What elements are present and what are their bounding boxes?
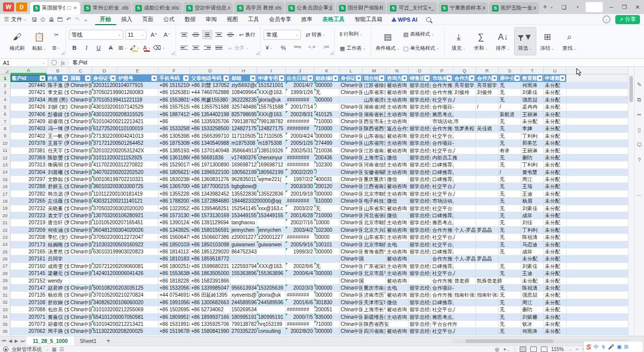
cell-D2[interactable]: 320311200104077915	[92, 82, 117, 89]
docer-icon[interactable]: D	[16, 3, 27, 12]
cell-F10[interactable]: +86 18753080	[158, 140, 190, 147]
cell-T3[interactable]: 刘素佳	[521, 89, 544, 96]
cell-U23[interactable]: 未分配	[544, 234, 567, 241]
cell-L20[interactable]: China中国	[340, 212, 363, 219]
cell-H25[interactable]: 864752343	[230, 248, 257, 255]
row-number-19[interactable]: 19	[0, 205, 11, 212]
cell-G14[interactable]: +86 1396522100	[190, 169, 230, 176]
cell-S23[interactable]: 无	[499, 234, 521, 241]
cell-U27[interactable]: 未分配	[544, 263, 567, 270]
align-top-icon[interactable]	[179, 30, 189, 39]
cell-Q27[interactable]	[453, 263, 476, 270]
header-cell-O[interactable]: 销售团队	[409, 74, 431, 82]
header-cell-H[interactable]: 邮箱	[230, 74, 257, 82]
cell-F26[interactable]: +86 18101832	[158, 255, 190, 262]
cell-H14[interactable]: 180562199	[230, 169, 257, 176]
cell-I29[interactable]	[257, 278, 286, 285]
cell-A22[interactable]: 207209	[11, 227, 47, 234]
cell-J2[interactable]: 2001/4/7	[286, 82, 314, 89]
cell-P14[interactable]: 口碑推荐,	[431, 169, 453, 176]
cell-C26[interactable]	[69, 255, 92, 262]
cell-M17[interactable]: 北京市朝阳	[363, 191, 386, 198]
cell-J4[interactable]: ########	[286, 97, 314, 104]
table-row[interactable]: 18207265左佳薇 (女China中国430321200211140121+…	[0, 198, 628, 205]
cell-T25[interactable]: 成菲	[521, 248, 544, 255]
cell-L30[interactable]: China中国	[340, 285, 363, 292]
ime-mode-chinese[interactable]: 中	[594, 343, 599, 350]
cell-S17[interactable]: 无	[499, 191, 521, 198]
cell-D8[interactable]: 612725200110100019	[92, 125, 117, 132]
cell-Q23[interactable]	[453, 234, 476, 241]
cell-N9[interactable]: 被动咨询	[386, 133, 409, 140]
cell-F18[interactable]: +86 17882007	[158, 198, 190, 205]
cell-U12[interactable]: 未分配	[544, 154, 567, 161]
outline-toggle-icon[interactable]: ☲	[59, 346, 64, 352]
row-number-18[interactable]: 18	[0, 198, 11, 204]
cell-T2[interactable]: 何雨涛	[521, 82, 544, 89]
font-name-select[interactable]: 等线⌄	[69, 30, 123, 40]
wrap-text-button[interactable]: ↩换行	[237, 29, 257, 40]
cell-G12[interactable]: +86 56681836	[190, 154, 230, 161]
ime-mic-icon[interactable]: 🎤	[608, 344, 614, 349]
cell-U8[interactable]: 未分配	[544, 125, 567, 132]
cell-C22[interactable]: China中国	[69, 227, 92, 234]
table-row[interactable]: 17207282韩浩远 (男China中国110112200100181419+…	[0, 191, 628, 198]
column-letter-M[interactable]: M	[363, 67, 386, 74]
cell-K28[interactable]: 000000	[314, 270, 340, 277]
cell-D12[interactable]: 310113200211152925	[92, 154, 117, 161]
cell-S14[interactable]: /	[499, 169, 521, 176]
cell-T16[interactable]: 王瑞	[521, 183, 544, 190]
cell-P9[interactable]: 社交平台,	[431, 133, 453, 140]
cell-O3[interactable]: 留学总经办	[409, 89, 431, 96]
horizontal-scroll-thumb[interactable]	[465, 339, 553, 343]
cell-D35[interactable]: 610104200212213421	[92, 321, 117, 328]
row-number-4[interactable]: 4	[0, 97, 11, 103]
table-row[interactable]: 5207426刘妍 (女)China中国430103200107142529+8…	[0, 104, 628, 111]
cell-P17[interactable]: 社交平台,/	[431, 191, 453, 198]
cell-T14[interactable]: 黄韦慧	[521, 169, 544, 176]
cell-O31[interactable]: 留学总经办	[409, 292, 431, 299]
cell-J6[interactable]: 2002/8/31	[286, 111, 314, 118]
cell-A16[interactable]: 207288	[11, 183, 47, 190]
cell-K22[interactable]: 102300	[314, 227, 340, 234]
row-number-2[interactable]: 2	[0, 82, 11, 89]
cell-L14[interactable]: China中国	[340, 169, 363, 176]
cell-L28[interactable]: China中国	[340, 270, 363, 277]
cell-Q26[interactable]: 个人-罗晶	[453, 255, 476, 262]
cell-M29[interactable]	[363, 278, 386, 285]
file-menu[interactable]: ☰ 文件⌄	[4, 16, 26, 23]
cell-G10[interactable]: +86 1340540988	[190, 140, 230, 147]
cell-J17[interactable]: 2001/9/18	[286, 191, 314, 198]
cell-F13[interactable]: +86 15290175	[158, 161, 190, 168]
cell-I23[interactable]: z20001227	[257, 234, 286, 241]
document-tab[interactable]: S公务员国企事业单位	[285, 2, 335, 14]
cell-H35[interactable]: 799138782	[230, 321, 257, 328]
cell-U20[interactable]: 未分配	[544, 212, 567, 219]
cell-C18[interactable]: China中国	[69, 198, 92, 205]
cell-J34[interactable]: 2000/7/5	[286, 314, 314, 321]
cell-K31[interactable]: 000000	[314, 292, 340, 299]
cell-S30[interactable]: 无	[499, 285, 521, 292]
cell-U22[interactable]: 未分配	[544, 227, 567, 234]
cell-J25[interactable]: 1999/3/2	[286, 248, 314, 255]
cell-H28[interactable]: 155363896	[230, 270, 257, 277]
cell-B20[interactable]: 袁文宇 (女	[47, 212, 69, 219]
cell-A30[interactable]: 207147	[11, 285, 47, 292]
cell-style-button[interactable]: ▢单元格样式⌄	[401, 43, 441, 54]
cell-L2[interactable]: China中国	[340, 82, 363, 89]
name-box[interactable]: A1⌄	[0, 59, 48, 66]
cell-I35[interactable]: hrq153199	[257, 321, 286, 328]
cell-H33[interactable]: 150269534	[230, 306, 257, 313]
cell-N23[interactable]: 主动咨询	[386, 234, 409, 241]
table-row[interactable]: 32207108舒欣娴 (女China中国340826200106060020+…	[0, 299, 628, 306]
cell-S31[interactable]: 无	[499, 292, 521, 299]
cell-I25[interactable]	[257, 248, 286, 255]
align-right-icon[interactable]	[202, 43, 212, 52]
cell-S16[interactable]: 无	[499, 183, 521, 190]
cell-O33[interactable]: 留学总经办	[409, 306, 431, 313]
cell-I5[interactable]: 155751588	[257, 104, 286, 111]
cell-N17[interactable]: 主动咨询	[386, 191, 409, 198]
cell-Q30[interactable]	[453, 285, 476, 292]
menu-tab[interactable]: 插入	[116, 14, 137, 25]
column-letter-K[interactable]: K	[314, 67, 340, 74]
